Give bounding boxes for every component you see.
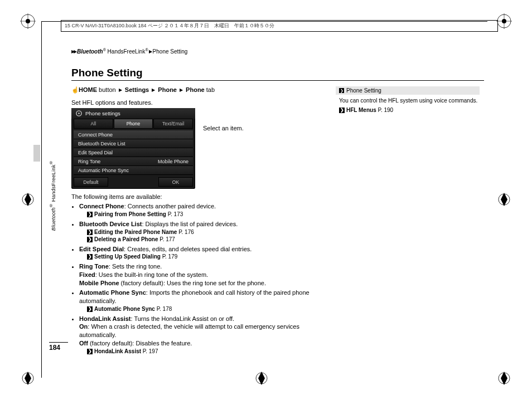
info-icon: ❯: [339, 88, 344, 93]
tab-phone: Phone: [114, 119, 153, 129]
svg-point-14: [78, 113, 80, 114]
regmark-icon: [254, 370, 269, 386]
default-button: Default: [74, 177, 108, 187]
sidebar-heading: ❯Phone Setting: [336, 86, 480, 95]
list-item: Edit Speed Dial: [74, 148, 193, 157]
screenshot-title: Phone settings: [85, 110, 120, 116]
cross-ref: ❯Pairing from Phone Setting P. 173: [87, 211, 322, 218]
ui-screenshot: Phone settings All Phone Text/Email Conn…: [71, 108, 195, 189]
page-number: 184: [49, 342, 68, 352]
tab-textemail: Text/Email: [153, 119, 193, 129]
list-item: Automatic Phone Sync: Imports the phoneb…: [79, 289, 322, 313]
cross-ref: ❯HFL Menus P. 190: [336, 107, 480, 113]
items-list: Connect Phone: Connects another paired d…: [71, 202, 322, 355]
list-item: Bluetooth Device List: [74, 139, 193, 148]
link-icon: ❯: [87, 237, 93, 242]
list-item: Connect Phone: [74, 130, 193, 139]
link-icon: ❯: [87, 230, 93, 235]
list-item: Bluetooth Device List: Displays the list…: [79, 220, 322, 243]
list-item: Ring ToneMobile Phone: [74, 157, 193, 166]
list-item: Ring Tone: Sets the ring tone. Fixed: Us…: [79, 262, 322, 287]
breadcrumb: ▶▶Bluetooth® HandsFreeLink®▶Phone Settin…: [49, 48, 484, 55]
list-item: Edit Speed Dial: Creates, edits, and del…: [79, 245, 322, 261]
link-icon: ❯: [339, 108, 345, 113]
navigation-path: ☝ HOME button ▶ Settings ▶ Phone ▶ Phone…: [71, 86, 322, 94]
hand-icon: ☝: [71, 86, 77, 94]
regmark-icon: [496, 192, 512, 207]
select-item-text: Select an item.: [203, 108, 244, 131]
document-source-header: 15 CR-V NAVI-31T0A8100.book 184 ページ ２０１４…: [61, 20, 498, 32]
regmark-icon: [20, 13, 36, 29]
items-heading: The following items are available:: [71, 193, 322, 200]
tab-all: All: [74, 119, 113, 129]
gear-icon: [76, 110, 82, 116]
link-icon: ❯: [87, 349, 93, 354]
sidebar-body: You can control the HFL system using voi…: [336, 97, 480, 105]
regmark-icon: [496, 13, 512, 29]
cross-ref: ❯Automatic Phone Sync P. 178: [87, 305, 322, 313]
link-icon: ❯: [87, 254, 93, 260]
cross-ref: ❯Editing the Paired Phone Name P. 176: [87, 228, 322, 236]
ok-button: OK: [158, 177, 193, 187]
regmark-icon: [496, 370, 512, 386]
cross-ref: ❯Setting Up Speed Dialing P. 179: [87, 253, 322, 261]
thumb-tab: [33, 145, 40, 162]
link-icon: ❯: [87, 306, 93, 312]
intro-text: Set HFL options and features.: [71, 99, 322, 106]
regmark-icon: [20, 192, 36, 207]
cross-ref: ❯HondaLink Assist P. 197: [87, 348, 322, 355]
list-item: HondaLink Assist: Turns the HondaLink As…: [79, 315, 322, 355]
crop-line: [41, 21, 42, 378]
list-item: Automatic Phone Sync: [74, 166, 193, 175]
page-title: Phone Setting: [71, 67, 484, 81]
regmark-icon: [20, 370, 36, 386]
link-icon: ❯: [87, 212, 93, 217]
doc-header-text: 15 CR-V NAVI-31T0A8100.book 184 ページ ２０１４…: [65, 23, 274, 28]
list-item: Connect Phone: Connects another paired d…: [79, 202, 322, 218]
cross-ref: ❯Deleting a Paired Phone P. 177: [87, 236, 322, 243]
